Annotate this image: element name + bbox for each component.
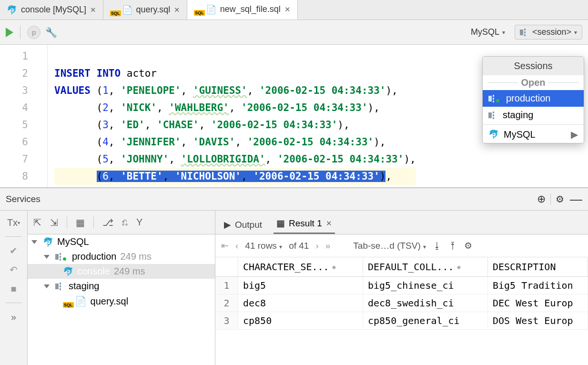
first-page-icon[interactable]: ⇤ <box>221 240 229 251</box>
cell[interactable]: cp850 <box>238 312 363 329</box>
tx-selector[interactable]: Tx▾ <box>8 216 20 229</box>
sql-file-icon: SQL📄 <box>110 5 132 15</box>
cell[interactable]: dec8 <box>238 294 363 312</box>
rollback-icon[interactable]: ↶ <box>8 264 20 276</box>
result-tabs: ▶ Output ▦ Result 1 ✕ <box>215 211 588 234</box>
svg-rect-3 <box>524 34 526 36</box>
cell[interactable]: cp850_general_ci <box>363 312 488 329</box>
export-format[interactable]: Tab-se…d (TSV) ▾ <box>353 241 426 251</box>
tab-output[interactable]: ▶ Output <box>221 215 265 234</box>
branch-icon[interactable]: ⎌ <box>122 217 128 228</box>
file-tab-label: console [MySQL] <box>21 5 86 15</box>
file-tab-console[interactable]: 🐬 console [MySQL] ✕ <box>0 0 103 20</box>
separator <box>20 26 20 39</box>
driver-label: MySQL <box>504 129 536 140</box>
file-tab-newsql[interactable]: SQL📄 new_sql_file.sql ✕ <box>187 0 298 20</box>
expand-all-icon[interactable]: ⇱ <box>33 217 41 228</box>
upload-icon[interactable]: ⭱ <box>448 241 457 251</box>
line-gutter: 12345678 <box>0 45 48 187</box>
datasource-icon <box>520 29 529 36</box>
tree-label: query.sql <box>91 296 129 307</box>
svg-rect-2 <box>524 31 526 33</box>
prev-page-icon[interactable]: ‹ <box>235 241 238 251</box>
svg-rect-8 <box>488 112 492 118</box>
cell[interactable]: big5_chinese_ci <box>363 277 488 294</box>
mysql-icon: 🐬 <box>488 129 499 140</box>
close-icon[interactable]: ✕ <box>174 6 180 14</box>
target-icon[interactable]: ⊕ <box>537 193 546 205</box>
cell[interactable]: DEC West Europ <box>488 294 588 312</box>
close-icon[interactable]: ✕ <box>90 6 96 14</box>
run-icon[interactable] <box>6 28 13 37</box>
table-row[interactable]: 2 dec8 dec8_swedish_ci DEC West Europ <box>215 294 588 312</box>
rows-count[interactable]: 41 rows ▾ <box>245 241 282 251</box>
yfiles-icon[interactable]: Y <box>136 217 142 228</box>
session-label: staging <box>503 110 534 121</box>
close-icon[interactable]: ✕ <box>284 5 291 14</box>
col-header[interactable]: DESCRIPTION <box>488 257 588 276</box>
session-label: production <box>506 93 550 104</box>
tab-result[interactable]: ▦ Result 1 ✕ <box>274 214 335 234</box>
gear-icon[interactable]: ⚙ <box>464 240 472 251</box>
sql-file-icon: SQL📄 <box>194 4 216 15</box>
tree-twistie-icon[interactable] <box>31 240 37 244</box>
services-panel-body: Tx▾ ✔ ↶ ■ » ⇱ ⇲ ▦ ⎇ ⎌ Y 🐬 MySQL producti… <box>0 211 588 365</box>
tree-twistie-icon[interactable] <box>44 255 50 259</box>
file-tab-bar: 🐬 console [MySQL] ✕ SQL📄 query.sql ✕ SQL… <box>0 0 588 20</box>
cell[interactable]: dec8_swedish_ci <box>363 294 488 312</box>
svg-rect-5 <box>493 95 494 97</box>
more-icon[interactable]: » <box>8 311 20 323</box>
file-tab-query[interactable]: SQL📄 query.sql ✕ <box>103 0 187 20</box>
table-row[interactable]: 3 cp850 cp850_general_ci DOS West Europ <box>215 312 588 330</box>
cell[interactable]: Big5 Tradition <box>488 277 588 294</box>
svg-rect-15 <box>60 259 61 261</box>
svg-rect-13 <box>60 253 61 255</box>
datasource-icon <box>55 283 65 290</box>
services-panel-header: Services ⊕ ⚙ — <box>0 188 588 211</box>
svg-rect-11 <box>493 117 494 119</box>
svg-rect-1 <box>524 29 526 30</box>
next-page-icon[interactable]: › <box>315 241 318 251</box>
code-body[interactable]: INSERT INTO actor VALUES (1, 'PENELOPE',… <box>48 45 416 187</box>
session-driver-mysql[interactable]: 🐬 MySQL ▶ <box>483 126 584 143</box>
tree-item-production[interactable]: production 249 ms <box>28 249 215 264</box>
editor-toolbar: p 🔧 MySQL ▾ <session> ▾ <box>0 20 588 45</box>
session-item-staging[interactable]: staging <box>483 107 584 123</box>
tree-root-mysql[interactable]: 🐬 MySQL <box>28 234 215 249</box>
minimize-icon[interactable]: — <box>570 192 582 207</box>
col-header[interactable]: DEFAULT_COLL...◆ <box>363 257 488 276</box>
stop-icon[interactable]: ■ <box>8 283 20 295</box>
datasource-icon <box>488 95 501 102</box>
table-row[interactable]: 1 big5 big5_chinese_ci Big5 Tradition <box>215 277 588 294</box>
cell[interactable]: DOS West Europ <box>488 312 588 329</box>
tree-item-querysql[interactable]: SQL📄 query.sql <box>28 294 215 309</box>
svg-rect-10 <box>493 114 494 116</box>
sql-file-icon: SQL📄 <box>63 295 87 307</box>
services-right: ▶ Output ▦ Result 1 ✕ ⇤ ‹ 41 rows ▾ of 4… <box>215 211 588 365</box>
schema-selector[interactable]: MySQL ▾ <box>466 25 510 39</box>
session-item-production[interactable]: production <box>483 90 584 107</box>
col-header[interactable]: CHARACTER_SE...◆ <box>238 257 363 276</box>
table-header: CHARACTER_SE...◆ DEFAULT_COLL...◆ DESCRI… <box>215 257 588 277</box>
grid-icon[interactable]: ▦ <box>76 217 85 228</box>
services-left-actions: Tx▾ ✔ ↶ ■ » <box>0 211 28 365</box>
session-selector[interactable]: <session> ▾ <box>515 25 582 40</box>
close-icon[interactable]: ✕ <box>326 219 332 228</box>
tree-item-console[interactable]: 🐬 console 249 ms <box>28 264 215 279</box>
download-icon[interactable]: ⭳ <box>433 241 442 251</box>
keyword-into: INTO <box>97 68 121 79</box>
collapse-all-icon[interactable]: ⇲ <box>50 217 58 228</box>
tree-twistie-icon[interactable] <box>44 284 50 288</box>
tree-timing: 249 ms <box>120 251 152 262</box>
commit-icon[interactable]: ✔ <box>8 244 20 257</box>
mysql-icon: 🐬 <box>43 237 53 247</box>
result-table[interactable]: CHARACTER_SE...◆ DEFAULT_COLL...◆ DESCRI… <box>215 257 588 330</box>
datasource-icon <box>488 112 498 119</box>
gear-icon[interactable]: ⚙ <box>556 193 564 205</box>
tree-item-staging[interactable]: staging <box>28 279 215 294</box>
last-page-icon[interactable]: » <box>325 241 331 251</box>
wrench-icon[interactable]: 🔧 <box>45 27 57 38</box>
cell[interactable]: big5 <box>238 277 363 294</box>
filter-icon[interactable]: ⎇ <box>102 217 113 228</box>
explain-plan-button[interactable]: p <box>27 26 41 39</box>
